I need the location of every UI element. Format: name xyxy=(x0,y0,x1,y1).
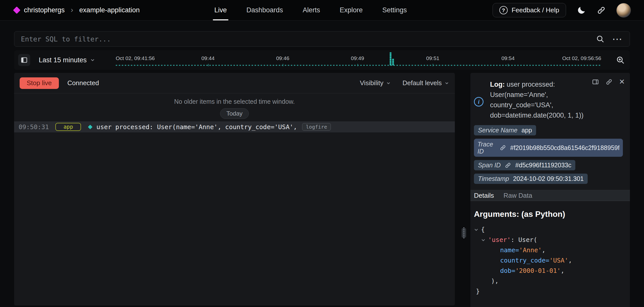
timeline-tick-label: 09:54 xyxy=(501,55,515,61)
breadcrumb-org[interactable]: christophergs xyxy=(24,6,65,14)
live-panel-header: Stop live Connected Visibility Default l… xyxy=(14,73,455,93)
nav-tab-live[interactable]: Live xyxy=(208,0,233,20)
nav-tab-label: Settings xyxy=(382,6,407,14)
detail-title: Log: user processed: User(name='Anne', c… xyxy=(490,79,590,121)
top-navigation: christophergs › example-application Live… xyxy=(0,0,644,21)
timeline-tick-label: 09:46 xyxy=(276,55,290,61)
tab-raw-data[interactable]: Raw Data xyxy=(503,192,532,199)
chevron-down-icon xyxy=(90,57,95,63)
trace-id-value: #f2019b98b550cd8a61546c2f9188959f xyxy=(510,144,619,151)
trace-id-label: Trace ID xyxy=(477,141,496,155)
sql-filter-input[interactable] xyxy=(21,35,596,43)
timeline-tick xyxy=(283,64,283,66)
connection-status: Connected xyxy=(67,79,99,87)
nav-tab-label: Alerts xyxy=(303,6,320,14)
log-row[interactable]: 09:50:31 app user processed: User(name='… xyxy=(14,121,455,132)
service-name-field: Service Name app xyxy=(474,125,536,135)
nav-tab-label: Explore xyxy=(340,6,363,14)
collapse-chevron-icon[interactable] xyxy=(481,238,488,242)
info-level-icon: i xyxy=(474,97,484,107)
trace-id-field: Trace ID #f2019b98b550cd8a61546c2f918895… xyxy=(474,139,623,157)
tab-details[interactable]: Details xyxy=(474,192,494,199)
span-id-value: #d5c996f11192033c xyxy=(515,162,571,169)
code-user-call: : User( xyxy=(511,235,537,245)
more-options-icon[interactable]: ⋯ xyxy=(612,36,623,41)
timeline-activity-bar[interactable] xyxy=(392,59,394,65)
code-close-brace: } xyxy=(476,286,480,296)
span-link-icon[interactable] xyxy=(505,162,511,169)
search-icon[interactable] xyxy=(596,35,605,43)
time-range-label: Last 15 minutes xyxy=(39,56,87,64)
visibility-label: Visibility xyxy=(360,79,383,87)
code-field-name: name= xyxy=(500,245,519,255)
nav-tab-explore[interactable]: Explore xyxy=(333,0,369,20)
stop-live-button[interactable]: Stop live xyxy=(20,77,59,89)
log-level-diamond-icon xyxy=(88,125,93,129)
time-range-bar: Last 15 minutes Oct 02, 09:41:56 09:44 0… xyxy=(14,50,630,70)
copy-link-icon[interactable] xyxy=(606,78,613,85)
zoom-in-icon[interactable] xyxy=(616,56,625,65)
timeline[interactable]: Oct 02, 09:41:56 09:44 09:46 09:49 09:51… xyxy=(116,50,601,70)
feedback-help-button[interactable]: ? Feedback / Help xyxy=(493,3,566,17)
timeline-tick xyxy=(433,64,433,66)
default-levels-dropdown[interactable]: Default levels xyxy=(403,79,449,87)
code-close-paren: ), xyxy=(491,276,499,286)
code-field-name: country_code= xyxy=(500,255,549,266)
code-field-value: 'Anne' xyxy=(519,245,542,255)
timeline-tick-label: 09:44 xyxy=(201,55,215,61)
span-id-field: Span ID #d5c996f11192033c xyxy=(474,160,575,170)
arguments-heading-main: Arguments: xyxy=(474,210,519,219)
code-user-key: 'user' xyxy=(488,235,511,245)
arguments-code: { 'user' : User( name= 'Anne' , country_… xyxy=(474,224,630,296)
breadcrumb-project[interactable]: example-application xyxy=(79,6,140,14)
timeline-tick-label: Oct 02, 09:41:56 xyxy=(116,55,155,61)
nav-tab-label: Dashboards xyxy=(247,6,283,14)
app-root: christophergs › example-application Live… xyxy=(0,0,644,307)
log-message: user processed: User(name='Anne', countr… xyxy=(96,123,297,131)
timeline-activity-bar[interactable] xyxy=(390,52,391,65)
service-name-label: Service Name xyxy=(478,127,517,134)
nav-tab-label: Live xyxy=(214,6,227,14)
chevron-down-icon xyxy=(444,81,449,86)
sidebar-toggle-icon[interactable] xyxy=(18,54,30,66)
nav-tab-settings[interactable]: Settings xyxy=(376,0,414,20)
sql-filter-bar: ⋯ xyxy=(14,31,630,47)
breadcrumb: christophergs › example-application xyxy=(14,6,140,15)
time-range-dropdown[interactable]: Last 15 minutes xyxy=(39,56,95,64)
code-field-name: dob= xyxy=(500,266,515,276)
feedback-help-label: Feedback / Help xyxy=(512,6,559,14)
breadcrumb-separator-icon: › xyxy=(71,6,73,14)
question-circle-icon: ? xyxy=(499,6,508,14)
detail-fields: Service Name app Trace ID #f2019b98b550c… xyxy=(474,125,626,184)
log-timestamp: 09:50:31 xyxy=(19,123,49,131)
open-in-panel-icon[interactable] xyxy=(592,78,599,85)
arguments-heading: Arguments: (as Python) xyxy=(474,210,630,219)
nav-tab-alerts[interactable]: Alerts xyxy=(296,0,327,20)
code-comma: , xyxy=(542,245,546,255)
collapse-chevron-icon[interactable] xyxy=(474,227,481,232)
nav-tab-dashboards[interactable]: Dashboards xyxy=(240,0,290,20)
service-tag-badge: app xyxy=(55,123,81,131)
primary-nav: Live Dashboards Alerts Explore Settings xyxy=(208,0,413,20)
share-link-icon[interactable] xyxy=(597,6,606,15)
timeline-tick-label: Oct 02, 09:56:56 xyxy=(562,55,601,61)
chevron-down-icon xyxy=(386,81,391,86)
code-comma: , xyxy=(561,266,565,276)
close-icon[interactable]: ✕ xyxy=(619,78,625,85)
logfire-badge: logfire xyxy=(302,123,331,131)
code-open-brace: { xyxy=(481,224,485,235)
code-field-value: 'USA' xyxy=(549,255,568,266)
detail-tabs: Details Raw Data xyxy=(470,190,630,201)
visibility-dropdown[interactable]: Visibility xyxy=(360,79,391,87)
user-avatar[interactable] xyxy=(616,3,631,18)
trace-link-icon[interactable] xyxy=(500,144,506,151)
panel-resize-handle[interactable] xyxy=(462,228,466,238)
timeline-tick-label: 09:49 xyxy=(351,55,364,61)
nav-right-cluster: ? Feedback / Help xyxy=(493,0,631,20)
timeline-tick xyxy=(208,64,209,66)
today-button[interactable]: Today xyxy=(220,108,249,119)
dark-mode-moon-icon[interactable] xyxy=(577,6,586,15)
timeline-tick xyxy=(508,64,508,66)
detail-title-prefix: Log: xyxy=(490,81,505,88)
arguments-heading-suffix: (as Python) xyxy=(519,210,565,219)
